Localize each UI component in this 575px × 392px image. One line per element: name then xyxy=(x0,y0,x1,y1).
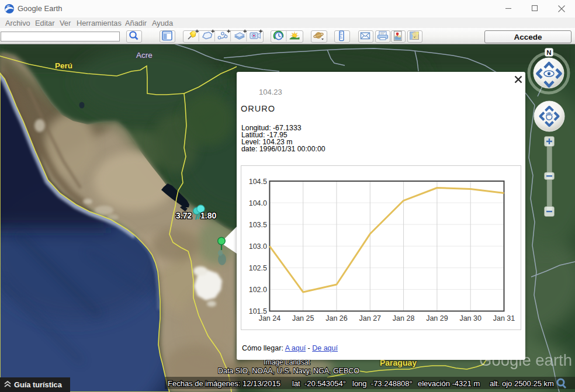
svg-text:Jan 29: Jan 29 xyxy=(426,314,448,322)
svg-text:Perú: Perú xyxy=(55,61,72,70)
svg-text:lat -20.543054°: lat -20.543054° xyxy=(292,379,346,388)
svg-text:elevación -4321 m: elevación -4321 m xyxy=(418,379,480,388)
svg-text:103.5: 103.5 xyxy=(249,221,267,229)
svg-text:Guía turística: Guía turística xyxy=(14,380,63,389)
svg-text:alt. ojo 2500.25 km: alt. ojo 2500.25 km xyxy=(490,379,554,388)
svg-text:Jan 25: Jan 25 xyxy=(292,314,314,322)
svg-text:N: N xyxy=(546,49,551,56)
svg-text:104.0: 104.0 xyxy=(249,199,267,207)
svg-text:Jan 26: Jan 26 xyxy=(325,314,348,322)
svg-text:Fechas de imágenes: 12/13/2015: Fechas de imágenes: 12/13/2015 xyxy=(168,379,280,388)
svg-text:102.0: 102.0 xyxy=(249,286,267,294)
svg-text:Jan 24: Jan 24 xyxy=(259,314,281,322)
svg-text:Jan 30: Jan 30 xyxy=(459,314,482,322)
svg-text:Jan 31: Jan 31 xyxy=(493,314,515,322)
svg-text:Jan 27: Jan 27 xyxy=(359,314,382,322)
svg-text:long -73.248808°: long -73.248808° xyxy=(352,379,413,388)
svg-text:Jan 28: Jan 28 xyxy=(393,314,415,322)
svg-text:103.0: 103.0 xyxy=(249,242,267,251)
svg-text:3.72: 3.72 xyxy=(176,211,192,220)
svg-text:1.80: 1.80 xyxy=(200,211,216,220)
svg-text:Data SIO, NOAA, U.S. Navy, NGA: Data SIO, NOAA, U.S. Navy, NGA, GEBCO xyxy=(218,367,359,375)
svg-text:104.5: 104.5 xyxy=(249,178,267,186)
svg-text:Acre: Acre xyxy=(136,51,153,60)
svg-text:102.5: 102.5 xyxy=(249,264,267,272)
